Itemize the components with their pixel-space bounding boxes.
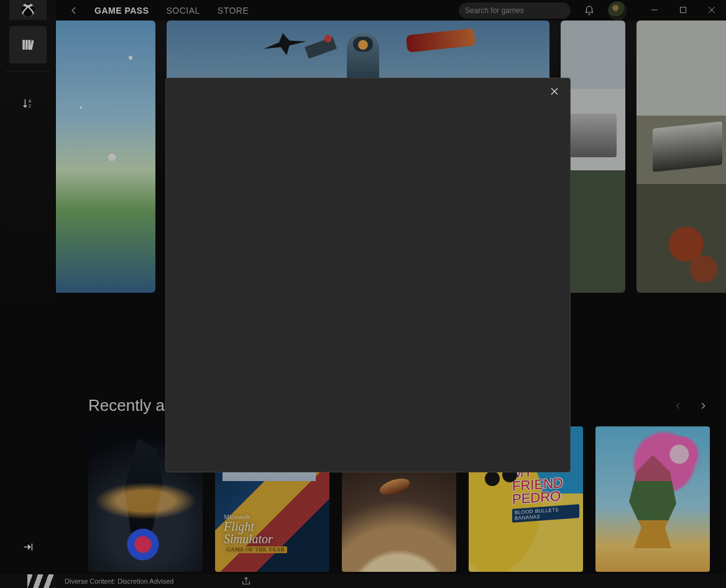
close-icon <box>550 87 559 96</box>
modal-dialog <box>165 78 571 472</box>
modal-close-button[interactable] <box>546 83 563 99</box>
